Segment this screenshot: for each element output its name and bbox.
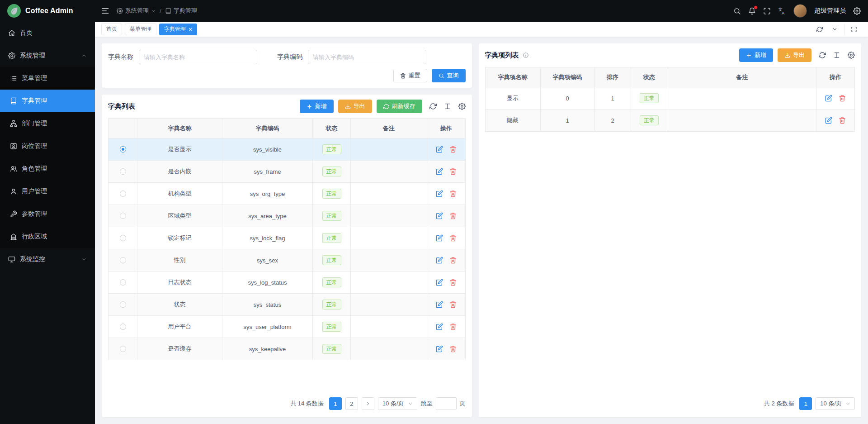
refresh-table-icon[interactable] bbox=[429, 103, 437, 110]
sidebar-item-system-monitor[interactable]: 系统监控 bbox=[0, 248, 95, 271]
edit-icon[interactable] bbox=[436, 345, 443, 353]
add-dict-button[interactable]: 新增 bbox=[300, 100, 334, 113]
row-select-radio[interactable] bbox=[120, 146, 126, 152]
remark-cell bbox=[351, 205, 427, 227]
column-settings-gear-icon[interactable] bbox=[458, 103, 466, 110]
page-2-button[interactable]: 2 bbox=[345, 397, 358, 410]
delete-icon[interactable] bbox=[449, 323, 457, 330]
notification-bell-icon[interactable] bbox=[748, 7, 756, 15]
sidebar-item-role-mgmt[interactable]: 角色管理 bbox=[0, 157, 95, 180]
edit-icon[interactable] bbox=[436, 301, 443, 308]
row-select-radio[interactable] bbox=[120, 168, 126, 175]
dict-table-row[interactable]: 区域类型 sys_area_type 正常 bbox=[108, 205, 465, 227]
dict-item-row[interactable]: 隐藏 1 2 正常 bbox=[486, 110, 855, 132]
row-select-radio[interactable] bbox=[120, 346, 126, 352]
app-logo[interactable]: Coffee Admin bbox=[0, 4, 95, 18]
row-select-radio[interactable] bbox=[120, 191, 126, 197]
delete-icon[interactable] bbox=[449, 257, 457, 264]
fullscreen-icon[interactable] bbox=[763, 7, 771, 15]
dict-table-row[interactable]: 锁定标记 sys_lock_flag 正常 bbox=[108, 227, 465, 249]
chevron-down-icon[interactable] bbox=[827, 24, 842, 35]
add-dict-item-button[interactable]: 新增 bbox=[739, 48, 773, 62]
delete-icon[interactable] bbox=[449, 279, 457, 286]
sidebar-item-dept-mgmt[interactable]: 部门管理 bbox=[0, 112, 95, 135]
breadcrumb-parent[interactable]: 系统管理 bbox=[117, 7, 156, 15]
dict-code-input[interactable] bbox=[308, 50, 426, 64]
delete-icon[interactable] bbox=[839, 117, 846, 124]
close-icon[interactable]: × bbox=[189, 26, 192, 33]
reset-button[interactable]: 重置 bbox=[393, 69, 427, 82]
sidebar-item-menu-mgmt[interactable]: 菜单管理 bbox=[0, 67, 95, 90]
query-button[interactable]: 查询 bbox=[432, 69, 466, 82]
row-select-radio[interactable] bbox=[120, 213, 126, 219]
row-select-radio[interactable] bbox=[120, 257, 126, 263]
next-page-button[interactable] bbox=[362, 397, 374, 410]
edit-icon[interactable] bbox=[436, 146, 443, 153]
sidebar-item-post-mgmt[interactable]: 岗位管理 bbox=[0, 135, 95, 157]
menu-fold-icon[interactable] bbox=[101, 7, 109, 15]
sidebar-item-dict-mgmt[interactable]: 字典管理 bbox=[0, 90, 95, 112]
refresh-icon[interactable] bbox=[812, 24, 827, 35]
refresh-table-icon[interactable] bbox=[819, 52, 826, 59]
search-icon[interactable] bbox=[733, 7, 741, 15]
dict-table-row[interactable]: 是否显示 sys_visible 正常 bbox=[108, 138, 465, 161]
edit-icon[interactable] bbox=[825, 117, 832, 124]
tab-menu-mgmt[interactable]: 菜单管理 bbox=[125, 24, 156, 35]
tab-dict-mgmt[interactable]: 字典管理 × bbox=[159, 24, 197, 35]
page-1-button[interactable]: 1 bbox=[329, 397, 342, 410]
export-dict-items-button[interactable]: 导出 bbox=[778, 48, 811, 62]
edit-icon[interactable] bbox=[825, 95, 832, 102]
row-select-radio[interactable] bbox=[120, 324, 126, 330]
delete-icon[interactable] bbox=[449, 234, 457, 242]
page-size-select[interactable]: 10 条/页 bbox=[816, 397, 855, 410]
sidebar-item-user-mgmt[interactable]: 用户管理 bbox=[0, 180, 95, 203]
edit-icon[interactable] bbox=[436, 234, 443, 242]
dict-item-row[interactable]: 显示 0 1 正常 bbox=[486, 87, 855, 110]
dict-table-row[interactable]: 性别 sys_sex 正常 bbox=[108, 249, 465, 272]
dict-table-row[interactable]: 用户平台 sys_user_platform 正常 bbox=[108, 316, 465, 338]
column-settings-gear-icon[interactable] bbox=[848, 52, 855, 59]
density-icon[interactable] bbox=[444, 103, 451, 110]
username[interactable]: 超级管理员 bbox=[814, 7, 846, 15]
row-select-radio[interactable] bbox=[120, 279, 126, 286]
sidebar-item-system-mgmt[interactable]: 系统管理 bbox=[0, 44, 95, 67]
avatar[interactable] bbox=[793, 4, 807, 18]
dict-table-row[interactable]: 是否内嵌 sys_frame 正常 bbox=[108, 161, 465, 183]
remark-cell bbox=[668, 87, 817, 110]
delete-icon[interactable] bbox=[449, 212, 457, 219]
col-dict-code: 字典编码 bbox=[222, 119, 313, 138]
delete-icon[interactable] bbox=[449, 168, 457, 175]
info-icon[interactable] bbox=[523, 52, 529, 58]
sidebar-item-param-mgmt[interactable]: 参数管理 bbox=[0, 203, 95, 225]
dict-table-row[interactable]: 机构类型 sys_org_type 正常 bbox=[108, 183, 465, 205]
row-select-radio[interactable] bbox=[120, 301, 126, 308]
row-select-radio[interactable] bbox=[120, 235, 126, 241]
tab-home[interactable]: 首页 bbox=[101, 24, 122, 35]
page-1-button[interactable]: 1 bbox=[799, 397, 812, 410]
delete-icon[interactable] bbox=[449, 345, 457, 353]
edit-icon[interactable] bbox=[436, 323, 443, 330]
edit-icon[interactable] bbox=[436, 168, 443, 175]
edit-icon[interactable] bbox=[436, 279, 443, 286]
dict-table-row[interactable]: 是否缓存 sys_keepalive 正常 bbox=[108, 338, 465, 360]
delete-icon[interactable] bbox=[449, 301, 457, 308]
delete-icon[interactable] bbox=[449, 146, 457, 153]
dict-name-input[interactable] bbox=[139, 50, 257, 64]
edit-icon[interactable] bbox=[436, 212, 443, 219]
density-icon[interactable] bbox=[833, 52, 840, 59]
edit-icon[interactable] bbox=[436, 190, 443, 197]
delete-icon[interactable] bbox=[839, 95, 846, 102]
sidebar-item-home[interactable]: 首页 bbox=[0, 22, 95, 44]
settings-gear-icon[interactable] bbox=[853, 7, 861, 15]
dict-table-row[interactable]: 状态 sys_status 正常 bbox=[108, 294, 465, 316]
sidebar-item-admin-region[interactable]: 行政区域 bbox=[0, 225, 95, 248]
translate-icon[interactable] bbox=[778, 7, 786, 15]
content-fullscreen-icon[interactable] bbox=[844, 24, 862, 35]
refresh-cache-button[interactable]: 刷新缓存 bbox=[377, 100, 422, 113]
dict-table-row[interactable]: 日志状态 sys_log_status 正常 bbox=[108, 272, 465, 294]
edit-icon[interactable] bbox=[436, 257, 443, 264]
export-dict-button[interactable]: 导出 bbox=[338, 100, 372, 113]
jump-page-input[interactable] bbox=[436, 397, 457, 410]
page-size-select[interactable]: 10 条/页 bbox=[378, 397, 417, 410]
delete-icon[interactable] bbox=[449, 190, 457, 197]
